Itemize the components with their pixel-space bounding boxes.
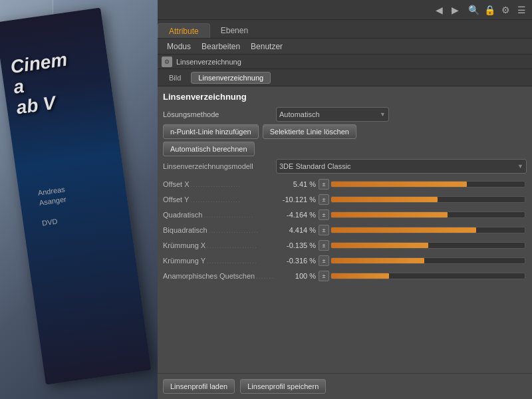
breadcrumb: ⚙ Linsenverzeichnung — [158, 55, 532, 69]
loesungsmethode-label: Lösungsmethode — [163, 110, 276, 118]
param-controls-kruemmung_y: ± — [319, 255, 527, 266]
menu-bar: Modus Bearbeiten Benutzer — [158, 39, 532, 55]
parameter-row-anamorphic: Anamorphisches Quetschen ...............… — [163, 269, 527, 283]
param-label-text-biquadratisch: Biquadratisch — [163, 226, 207, 234]
param-track-anamorphic[interactable] — [331, 273, 525, 279]
param-value-offset_x: 5.41 % — [276, 180, 316, 188]
model-dropdown-arrow-icon: ▼ — [517, 163, 523, 170]
add-line-button[interactable]: n-Punkt-Linie hinzufügen — [163, 124, 259, 139]
param-label-text-kruemmung_x: Krümmung X — [163, 241, 205, 249]
model-label: Linsenverzeichnungsmodell — [163, 162, 276, 170]
sub-tab-bild[interactable]: Bild — [162, 72, 188, 84]
menu-modus[interactable]: Modus — [162, 41, 196, 53]
arrow-left-icon[interactable]: ◀ — [432, 3, 446, 17]
settings-icon[interactable]: ⚙ — [498, 3, 513, 17]
top-toolbar: ◀ ▶ 🔍 🔒 ⚙ ☰ — [158, 0, 532, 20]
parameter-row-kruemmung_x: Krümmung X .................... -0.135 %… — [163, 239, 527, 252]
param-spin-biquadratisch[interactable]: ± — [319, 225, 329, 235]
param-spin-offset_x[interactable]: ± — [319, 179, 329, 190]
param-dots-quadratisch: .................... — [203, 211, 275, 219]
sub-tab-linsenverzeichnung[interactable]: Linsenverzeichnung — [191, 72, 271, 84]
param-controls-biquadratisch: ± — [319, 225, 527, 235]
param-fill-offset_y — [331, 197, 438, 202]
param-controls-anamorphic: ± — [319, 271, 527, 281]
param-label-offset_x: Offset X .................... — [163, 180, 276, 188]
param-dots-anamorphic: .................... — [256, 273, 275, 280]
auto-calc-button[interactable]: Automatisch berechnen — [163, 142, 255, 156]
param-fill-kruemmung_y — [331, 258, 424, 263]
parameters-list: Offset X .................... 5.41 %±Off… — [163, 178, 527, 283]
param-value-anamorphic: 100 % — [276, 272, 316, 280]
param-dots-biquadratisch: .................... — [209, 227, 275, 234]
right-panel: ◀ ▶ 🔍 🔒 ⚙ ☰ Attribute Ebenen Modus Bearb… — [158, 0, 532, 399]
param-dots-kruemmung_y: .................... — [207, 257, 275, 265]
breadcrumb-text: Linsenverzeichnung — [176, 58, 241, 66]
content-area: Linsenverzeichnung Lösungsmethode Automa… — [158, 86, 532, 373]
param-label-kruemmung_y: Krümmung Y .................... — [163, 257, 276, 265]
param-track-kruemmung_x[interactable] — [331, 242, 525, 249]
photo-panel: Cinemaab V AndreasAsangerDVD — [0, 0, 158, 399]
param-dots-offset_x: .................... — [191, 181, 275, 188]
param-value-biquadratisch: 4.414 % — [276, 226, 316, 234]
photo-background: Cinemaab V AndreasAsangerDVD — [0, 0, 158, 399]
breadcrumb-icon: ⚙ — [162, 57, 172, 67]
param-label-text-offset_x: Offset X — [163, 180, 190, 188]
footer: Linsenprofil laden Linsenprofil speicher… — [158, 373, 532, 399]
loesungsmethode-row: Lösungsmethode Automatisch ▼ — [163, 107, 527, 122]
parameter-row-offset_y: Offset Y .................... -10.121 %± — [163, 193, 527, 206]
param-track-offset_x[interactable] — [331, 181, 525, 188]
param-spin-kruemmung_y[interactable]: ± — [319, 255, 329, 266]
menu-bearbeiten[interactable]: Bearbeiten — [196, 41, 245, 53]
dropdown-arrow-icon: ▼ — [380, 111, 386, 118]
param-fill-anamorphic — [331, 273, 389, 279]
save-profile-button[interactable]: Linsenprofil speichern — [240, 379, 326, 394]
load-profile-button[interactable]: Linsenprofil laden — [163, 379, 235, 394]
parameter-row-biquadratisch: Biquadratisch .................... 4.414… — [163, 223, 527, 237]
param-label-offset_y: Offset Y .................... — [163, 196, 276, 203]
menu-benutzer[interactable]: Benutzer — [245, 41, 288, 53]
param-controls-quadratisch: ± — [319, 209, 527, 220]
param-fill-offset_x — [331, 182, 467, 187]
param-label-text-kruemmung_y: Krümmung Y — [163, 257, 205, 265]
param-spin-anamorphic[interactable]: ± — [319, 271, 329, 281]
param-controls-kruemmung_x: ± — [319, 240, 527, 251]
model-dropdown[interactable]: 3DE Standard Classic ▼ — [276, 159, 527, 174]
param-spin-offset_y[interactable]: ± — [319, 194, 329, 205]
button-row-2: Automatisch berechnen — [163, 142, 527, 156]
param-controls-offset_x: ± — [319, 179, 527, 190]
parameter-row-offset_x: Offset X .................... 5.41 %± — [163, 178, 527, 191]
lock-icon[interactable]: 🔒 — [482, 3, 497, 17]
param-value-quadratisch: -4.164 % — [276, 211, 316, 219]
tab-attribute[interactable]: Attribute — [158, 23, 210, 38]
param-fill-kruemmung_x — [331, 243, 428, 248]
param-spin-kruemmung_x[interactable]: ± — [319, 240, 329, 251]
param-label-text-offset_y: Offset Y — [163, 196, 189, 203]
param-track-offset_y[interactable] — [331, 196, 525, 203]
param-value-kruemmung_x: -0.135 % — [276, 241, 316, 249]
param-dots-offset_y: .................... — [190, 196, 275, 203]
book-title: Cinemaab V — [9, 49, 74, 118]
param-controls-offset_y: ± — [319, 194, 527, 205]
parameter-row-kruemmung_y: Krümmung Y .................... -0.316 %… — [163, 254, 527, 267]
param-label-quadratisch: Quadratisch .................... — [163, 211, 276, 219]
param-value-kruemmung_y: -0.316 % — [276, 257, 316, 265]
loesungsmethode-value: Automatisch — [279, 110, 320, 118]
param-label-text-quadratisch: Quadratisch — [163, 211, 202, 219]
delete-line-button[interactable]: Selektierte Linie löschen — [263, 124, 356, 139]
search-icon[interactable]: 🔍 — [466, 3, 481, 17]
arrow-right-icon[interactable]: ▶ — [448, 3, 462, 17]
tab-ebenen[interactable]: Ebenen — [210, 23, 259, 38]
param-track-kruemmung_y[interactable] — [331, 257, 525, 264]
param-track-quadratisch[interactable] — [331, 211, 525, 218]
section-title: Linsenverzeichnung — [163, 92, 527, 102]
param-spin-quadratisch[interactable]: ± — [319, 209, 329, 220]
param-track-biquadratisch[interactable] — [331, 227, 525, 233]
param-label-kruemmung_x: Krümmung X .................... — [163, 241, 276, 249]
param-label-biquadratisch: Biquadratisch .................... — [163, 226, 276, 234]
param-fill-quadratisch — [331, 212, 448, 217]
param-label-text-anamorphic: Anamorphisches Quetschen — [163, 272, 255, 280]
loesungsmethode-dropdown[interactable]: Automatisch ▼ — [276, 107, 389, 122]
param-dots-kruemmung_x: .................... — [207, 242, 275, 249]
menu-icon[interactable]: ☰ — [514, 3, 529, 17]
param-fill-biquadratisch — [331, 227, 476, 233]
